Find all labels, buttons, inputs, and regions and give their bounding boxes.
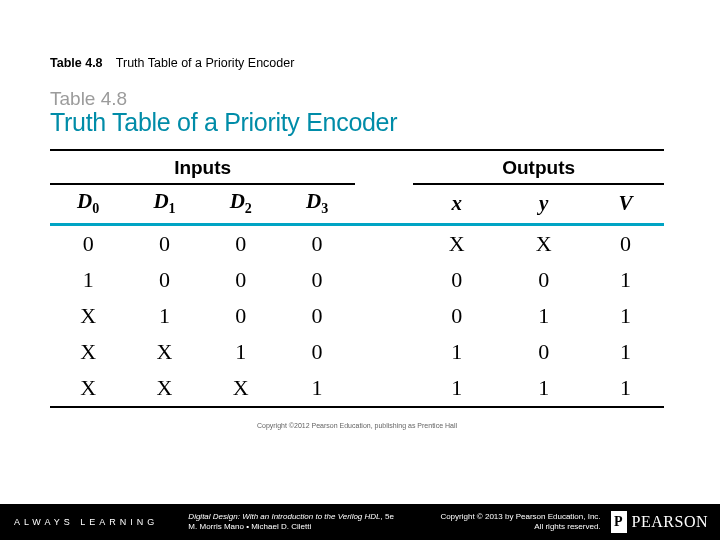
table-row: XXX1111 [50,370,664,407]
truth-table: Inputs Outputs D0 D1 D2 D3 x y V 0000XX0… [50,149,664,408]
caption-text: Truth Table of a Priority Encoder [116,56,295,70]
book-authors: M. Morris Mano • Michael D. Ciletti [188,522,394,532]
caption-number: Table 4.8 [50,56,103,70]
cell: X [500,226,587,262]
table-head: Inputs Outputs D0 D1 D2 D3 x y V [50,150,664,226]
slide: Table 4.8 Truth Table of a Priority Enco… [0,0,720,540]
copyright-line1: Copyright © 2013 by Pearson Education, I… [440,512,600,522]
pearson-logo: P PEARSON [611,511,720,533]
cell: 0 [279,298,355,334]
figure-title: Truth Table of a Priority Encoder [50,108,664,137]
cell: 1 [500,370,587,407]
cell: 1 [587,334,664,370]
header-outputs: Outputs [413,150,664,184]
cell: 0 [500,262,587,298]
cell: 1 [413,370,500,407]
cell: X [50,298,126,334]
row-gap [355,262,413,298]
cell: 0 [413,262,500,298]
cell: X [126,334,202,370]
col-gap [355,184,413,225]
footer-bar: ALWAYS LEARNING Digital Design: With an … [0,504,720,540]
footer-copyright: Copyright © 2013 by Pearson Education, I… [440,512,610,532]
cell: 1 [203,334,279,370]
cell: 1 [279,370,355,407]
cell: 0 [203,226,279,262]
col-y: y [500,184,587,225]
cell: X [126,370,202,407]
row-gap [355,298,413,334]
always-learning: ALWAYS LEARNING [0,517,158,527]
cell: 0 [203,262,279,298]
cell: 1 [413,334,500,370]
cell: X [50,370,126,407]
copyright-line2: All rights reserved. [440,522,600,532]
cell: 0 [413,298,500,334]
table-row: X100011 [50,298,664,334]
cell: 1 [587,262,664,298]
cell: X [413,226,500,262]
figure-label: Table 4.8 [50,88,664,110]
cell: 1 [500,298,587,334]
col-d2: D2 [203,184,279,225]
cell: 0 [279,334,355,370]
cell: 1 [126,298,202,334]
header-inputs: Inputs [50,150,355,184]
row-gap [355,370,413,407]
cell: 0 [126,262,202,298]
table-row: 0000XX0 [50,226,664,262]
row-gap [355,226,413,262]
slide-caption: Table 4.8 Truth Table of a Priority Enco… [50,56,294,70]
col-d3: D3 [279,184,355,225]
figure-imprint: Copyright ©2012 Pearson Education, publi… [50,422,664,429]
cell: 0 [50,226,126,262]
table-row: 1000001 [50,262,664,298]
cell: 1 [50,262,126,298]
header-gap [355,150,413,184]
cell: 0 [279,262,355,298]
book-title: Digital Design: With an Introduction to … [188,512,380,521]
cell: 0 [203,298,279,334]
cell: 0 [587,226,664,262]
table-row: XX10101 [50,334,664,370]
cell: 0 [279,226,355,262]
book-edition: , 5e [381,512,394,521]
cell: 0 [126,226,202,262]
bottom-rule [50,407,664,408]
col-d1: D1 [126,184,202,225]
cell: 1 [587,298,664,334]
col-x: x [413,184,500,225]
pearson-brand: PEARSON [632,513,708,531]
cell: X [50,334,126,370]
cell: 0 [500,334,587,370]
cell: 1 [587,370,664,407]
book-info: Digital Design: With an Introduction to … [188,512,394,532]
col-d0: D0 [50,184,126,225]
col-v: V [587,184,664,225]
row-gap [355,334,413,370]
cell: X [203,370,279,407]
pearson-mark-icon: P [611,511,627,533]
figure: Table 4.8 Truth Table of a Priority Enco… [50,88,664,429]
table-body: 0000XX01000001X100011XX10101XXX1111 [50,226,664,407]
